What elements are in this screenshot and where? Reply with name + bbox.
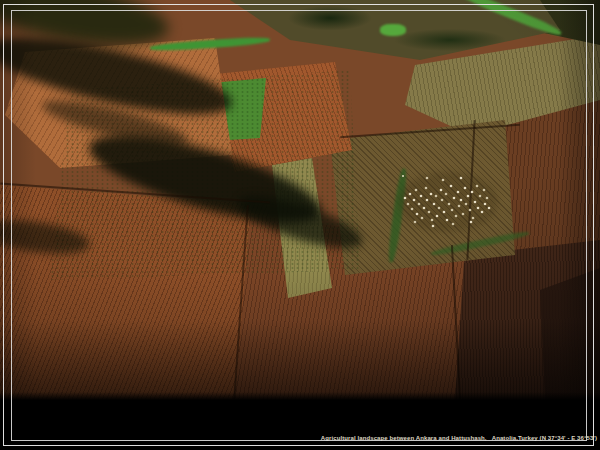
caption-text: Agricultural landscape between Ankara an… bbox=[321, 435, 597, 442]
aerial-photo bbox=[0, 0, 600, 400]
photo-page: Agricultural landscape between Ankara an… bbox=[0, 0, 600, 450]
vignette bbox=[0, 0, 600, 400]
photo-caption: Agricultural landscape between Ankara an… bbox=[321, 399, 597, 450]
